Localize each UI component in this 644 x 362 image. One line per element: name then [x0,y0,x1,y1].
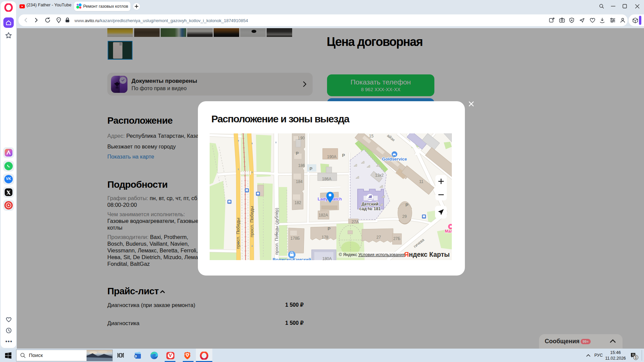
svg-text:Волжско-Камский: Волжско-Камский [273,257,311,260]
svg-text:190: 190 [298,136,305,140]
svg-text:13к2: 13к2 [375,173,384,178]
svg-text:182: 182 [294,200,301,205]
svg-text:P: P [310,166,313,171]
svg-text:P: P [296,151,299,156]
svg-text:Goldservice: Goldservice [382,157,407,162]
svg-text:P: P [342,153,345,158]
svg-text:186A: 186A [322,177,331,181]
svg-text:Яндекс Карты: Яндекс Карты [404,251,450,258]
svg-text:178Б: 178Б [290,236,300,241]
svg-text:сад № 181: сад № 181 [359,206,381,211]
svg-text:просп. Победы: просп. Победы [235,218,240,249]
svg-text:просп. Победы (дублёр): просп. Победы (дублёр) [274,208,279,255]
svg-text:15: 15 [369,134,374,138]
svg-text:P: P [328,226,331,231]
svg-text:27Б: 27Б [393,236,400,241]
svg-text:180A: 180A [322,256,332,260]
svg-text:182A: 182A [319,213,328,218]
svg-text:27A: 27A [352,220,359,224]
svg-text:11: 11 [419,179,424,184]
svg-text:просп. Победы: просп. Победы [249,206,254,237]
svg-text:178: 178 [322,235,328,240]
svg-text:P: P [406,202,409,207]
svg-text:184: 184 [296,179,303,184]
svg-text:29: 29 [402,214,407,219]
svg-text:186: 186 [298,163,305,168]
svg-text:Детский: Детский [362,202,378,206]
svg-text:© Яндекс Условия использования: © Яндекс Условия использования [339,252,405,257]
svg-text:27: 27 [376,235,381,240]
svg-text:190A: 190A [327,155,336,159]
svg-text:ManZ: ManZ [445,229,452,234]
